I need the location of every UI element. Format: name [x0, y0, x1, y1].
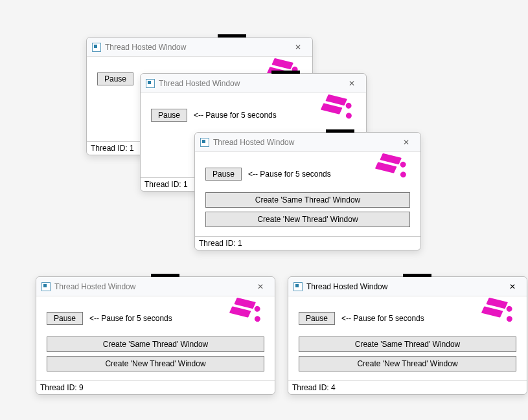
- create-new-thread-button[interactable]: Create 'New Thread' Window: [47, 356, 264, 371]
- thread-id-value: 1: [238, 239, 242, 248]
- create-same-thread-button[interactable]: Create 'Same Thread' Window: [47, 337, 264, 352]
- pause-button[interactable]: Pause: [151, 109, 187, 122]
- pause-button[interactable]: Pause: [205, 168, 242, 181]
- create-new-thread-button[interactable]: Create 'New Thread' Window: [299, 356, 516, 371]
- close-icon[interactable]: ✕: [251, 280, 270, 293]
- thread-id-prefix: Thread ID:: [91, 144, 130, 153]
- close-icon[interactable]: ✕: [289, 41, 307, 54]
- close-icon[interactable]: ✕: [503, 280, 522, 293]
- thread-id-value: 1: [183, 180, 188, 189]
- thread-id-prefix: Thread ID:: [144, 180, 183, 189]
- pause-hint: <-- Pause for 5 seconds: [341, 314, 424, 323]
- window-title: Thread Hosted Window: [306, 282, 503, 291]
- title-bar[interactable]: Thread Hosted Window ✕: [141, 74, 366, 93]
- pause-hint: <-- Pause for 5 seconds: [248, 170, 331, 179]
- title-bar[interactable]: Thread Hosted Window ✕: [288, 277, 527, 296]
- close-icon[interactable]: ✕: [343, 77, 361, 90]
- thread-id-value: 1: [130, 144, 134, 153]
- window-title: Thread Hosted Window: [105, 43, 289, 52]
- app-icon: [41, 282, 51, 291]
- pause-button[interactable]: Pause: [97, 72, 133, 85]
- status-bar: Thread ID: 9: [36, 381, 275, 394]
- pause-button[interactable]: Pause: [47, 312, 83, 325]
- window-body: Pause <-- Pause for 5 seconds Create 'Sa…: [195, 152, 420, 236]
- thread-id-prefix: Thread ID:: [292, 383, 331, 392]
- pause-hint: <-- Pause for 5 seconds: [194, 111, 277, 120]
- thread-id-prefix: Thread ID:: [199, 239, 238, 248]
- thread-id-value: 4: [331, 383, 336, 392]
- app-icon: [293, 282, 303, 291]
- create-same-thread-button[interactable]: Create 'Same Thread' Window: [205, 192, 410, 208]
- window-body: Pause <-- Pause for 5 seconds Create 'Sa…: [288, 296, 527, 381]
- status-bar: Thread ID: 4: [288, 381, 527, 394]
- create-new-thread-button[interactable]: Create 'New Thread' Window: [205, 212, 410, 227]
- window-title: Thread Hosted Window: [54, 282, 251, 291]
- thread-id-prefix: Thread ID:: [40, 383, 79, 392]
- window: Thread Hosted Window ✕ Pause <-- Pause f…: [288, 276, 527, 395]
- close-icon[interactable]: ✕: [397, 136, 415, 149]
- title-bar[interactable]: Thread Hosted Window ✕: [195, 133, 420, 152]
- window-title: Thread Hosted Window: [213, 138, 397, 147]
- create-same-thread-button[interactable]: Create 'Same Thread' Window: [299, 337, 516, 352]
- app-icon: [146, 79, 155, 88]
- window: Thread Hosted Window ✕ Pause <-- Pause f…: [194, 132, 421, 250]
- app-icon: [92, 43, 101, 52]
- title-bar[interactable]: Thread Hosted Window ✕: [36, 277, 275, 296]
- app-icon: [200, 138, 209, 147]
- window: Thread Hosted Window ✕ Pause <-- Pause f…: [36, 276, 275, 395]
- window-body: Pause <-- Pause for 5 seconds Create 'Sa…: [36, 296, 275, 381]
- window-title: Thread Hosted Window: [159, 79, 343, 88]
- status-bar: Thread ID: 1: [195, 236, 420, 250]
- pause-button[interactable]: Pause: [299, 312, 335, 325]
- thread-id-value: 9: [79, 383, 84, 392]
- pause-hint: <-- Pause for 5 seconds: [89, 314, 172, 323]
- title-bar[interactable]: Thread Hosted Window ✕: [87, 38, 312, 57]
